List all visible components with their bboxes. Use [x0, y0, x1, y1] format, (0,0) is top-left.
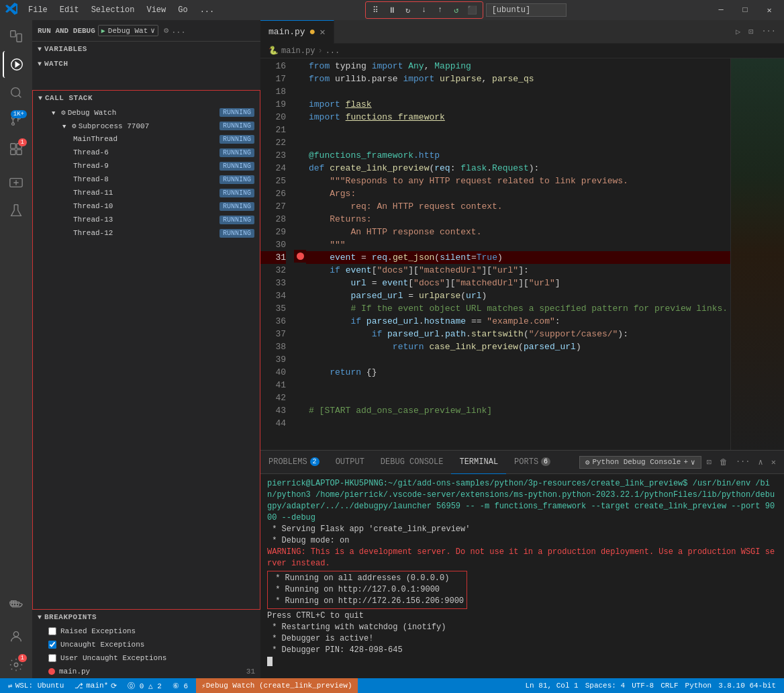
- debug-gear-icon[interactable]: ⚙: [164, 26, 168, 36]
- line-ending-status[interactable]: CRLF: [658, 682, 681, 690]
- activity-settings[interactable]: 1: [3, 651, 30, 678]
- encoding-status[interactable]: UTF-8: [629, 682, 656, 690]
- callstack-subprocess[interactable]: ▼ ⚙Subprocess 77007 RUNNING: [33, 119, 260, 132]
- wsl-status[interactable]: ⇌ WSL: Ubuntu: [5, 682, 66, 690]
- ln-col-status[interactable]: Ln 81, Col 1: [523, 682, 581, 690]
- debug-watch-status: RUNNING: [219, 108, 254, 117]
- main-layout: 1K+ 1 1 RUN AND DEBUG ▶ Deb: [0, 20, 784, 678]
- terminal-content[interactable]: pierrick@LAPTOP-HKU5PNNG:~/git/add-ons-s…: [260, 474, 784, 678]
- callstack-mainthread[interactable]: MainThread RUNNING: [33, 132, 260, 146]
- callstack-thread11[interactable]: Thread-11 RUNNING: [33, 186, 260, 199]
- tab-output[interactable]: OUTPUT: [328, 451, 373, 474]
- terminal-line-ctrl: Press CTRL+C to quit: [267, 610, 777, 622]
- svg-point-13: [14, 663, 18, 667]
- debug-step-into-btn[interactable]: ↓: [417, 3, 432, 17]
- gutter-29: [294, 224, 306, 237]
- terminal-line-3: * Debug mode: on: [267, 535, 777, 547]
- menu-go[interactable]: Go: [173, 4, 193, 16]
- watch-header[interactable]: ▼ WATCH: [32, 56, 260, 71]
- python-version-status[interactable]: 3.8.10 64-bit: [716, 682, 779, 690]
- terminal-line-restart: * Restarting with watchdog (inotify): [267, 622, 777, 633]
- callstack-thread12[interactable]: Thread-12 RUNNING: [33, 226, 260, 240]
- tab-terminal[interactable]: TERMINAL: [451, 451, 506, 474]
- tab-close-btn[interactable]: ✕: [320, 26, 325, 38]
- python-debug-console-btn[interactable]: ⚙ Python Debug Console + ∨: [579, 456, 701, 469]
- debug-pause-btn[interactable]: ⏸: [385, 3, 399, 17]
- debug-continue-btn[interactable]: ⠿: [369, 3, 383, 17]
- activity-account[interactable]: [3, 623, 30, 650]
- split-editor-btn[interactable]: ⊡: [746, 26, 756, 38]
- debug-step-out-btn[interactable]: ↑: [433, 3, 448, 17]
- bp-raised-checkbox[interactable]: [48, 627, 56, 635]
- ln-34: 34: [260, 289, 286, 302]
- menu-edit[interactable]: Edit: [54, 4, 85, 16]
- callstack-thread9[interactable]: Thread-9 RUNNING: [33, 159, 260, 173]
- tab-debug-console[interactable]: DEBUG CONSOLE: [373, 451, 452, 474]
- activity-explorer[interactable]: [3, 23, 30, 50]
- code-content[interactable]: from typing import Any, Mapping from url…: [306, 58, 730, 450]
- debug-console-label: DEBUG CONSOLE: [381, 457, 444, 467]
- debug-step-over-btn[interactable]: ↻: [401, 3, 415, 17]
- language-status[interactable]: Python: [683, 682, 715, 690]
- maximize-panel-btn[interactable]: ∧: [756, 456, 766, 469]
- branch-status[interactable]: ⎇ main* ⟳: [72, 682, 119, 690]
- bp-mainpy-number: 31: [246, 667, 255, 676]
- trash-btn[interactable]: 🗑: [717, 456, 730, 469]
- spaces-status[interactable]: Spaces: 4: [583, 682, 628, 690]
- tab-ports[interactable]: PORTS 6: [506, 451, 558, 474]
- bp-uncaught-checkbox[interactable]: [48, 641, 56, 649]
- menu-view[interactable]: View: [141, 4, 171, 16]
- breakpoint-dot[interactable]: [297, 252, 304, 260]
- terminal-line-running2: * Running on http://127.0.0.1:9000: [271, 584, 464, 596]
- callstack-debug-watch[interactable]: ▼ ⚙Debug Watch RUNNING: [33, 105, 260, 119]
- debug-config-select[interactable]: ▶ Debug Wat ∨: [98, 25, 158, 36]
- panel-actions: ⚙ Python Debug Console + ∨ ⊡ 🗑 ··· ∧ ✕: [579, 456, 784, 469]
- bp-user-uncaught-checkbox[interactable]: [48, 654, 56, 662]
- ln-44: 44: [260, 417, 286, 430]
- gutter-28: [294, 212, 306, 224]
- activity-run-debug[interactable]: [3, 51, 30, 78]
- menu-more[interactable]: ...: [195, 4, 220, 16]
- activity-source-control[interactable]: 1K+: [3, 107, 30, 134]
- close-panel-btn[interactable]: ✕: [769, 456, 779, 469]
- debug-restart-btn[interactable]: ↺: [449, 3, 464, 17]
- maximize-btn[interactable]: □: [736, 3, 754, 17]
- tab-problems[interactable]: PROBLEMS 2: [260, 451, 328, 474]
- minimize-btn[interactable]: ─: [712, 3, 730, 17]
- activity-flask[interactable]: [3, 197, 30, 224]
- tab-bar-actions: ▷ ⊡ ···: [733, 26, 784, 38]
- variables-header[interactable]: ▼ VARIABLES: [32, 42, 260, 56]
- activity-remote-explorer[interactable]: [3, 169, 30, 196]
- tab-mainpy[interactable]: main.py ● ✕: [260, 20, 334, 44]
- ln-32: 32: [260, 264, 286, 277]
- title-bar: File Edit Selection View Go ... ⠿ ⏸ ↻ ↓ …: [0, 0, 784, 20]
- run-btn[interactable]: ▷: [733, 26, 743, 38]
- activity-search[interactable]: [3, 79, 30, 106]
- callstack-thread8[interactable]: Thread-8 RUNNING: [33, 173, 260, 186]
- debug-stop-btn[interactable]: ⬛: [465, 3, 480, 17]
- callstack-header[interactable]: ▼ CALL STACK: [33, 91, 260, 105]
- breadcrumb-more[interactable]: ...: [326, 46, 340, 56]
- menu-selection[interactable]: Selection: [86, 4, 140, 16]
- errors-status[interactable]: ⓪ 0 △ 2: [125, 681, 164, 691]
- remote-icon: ⇌: [8, 682, 13, 690]
- debug-status[interactable]: ⚡ Debug Watch (create_link_preview): [196, 678, 357, 693]
- menu-file[interactable]: File: [23, 4, 53, 16]
- debug-more-icon[interactable]: ...: [171, 26, 186, 36]
- ports-status[interactable]: ⑥ 6: [170, 682, 191, 690]
- close-btn[interactable]: ✕: [760, 3, 779, 17]
- activity-extensions[interactable]: 1: [3, 136, 30, 163]
- more-actions-btn[interactable]: ···: [758, 26, 779, 38]
- tab-bar: main.py ● ✕ ▷ ⊡ ···: [260, 20, 784, 44]
- breakpoints-header[interactable]: ▼ BREAKPOINTS: [32, 610, 260, 625]
- activity-docker[interactable]: [3, 592, 30, 619]
- split-terminal-btn[interactable]: ⊡: [704, 456, 714, 469]
- terminal-line-1: pierrick@LAPTOP-HKU5PNNG:~/git/add-ons-s…: [267, 478, 777, 524]
- more-panel-btn[interactable]: ···: [733, 456, 753, 468]
- callstack-subprocess-name: ▼ ⚙Subprocess 77007: [62, 122, 149, 130]
- callstack-thread10[interactable]: Thread-10 RUNNING: [33, 199, 260, 213]
- callstack-thread6[interactable]: Thread-6 RUNNING: [33, 146, 260, 159]
- callstack-thread13[interactable]: Thread-13 RUNNING: [33, 213, 260, 226]
- gutter-31-bp[interactable]: [294, 250, 306, 263]
- breadcrumb-filename[interactable]: main.py: [281, 46, 315, 56]
